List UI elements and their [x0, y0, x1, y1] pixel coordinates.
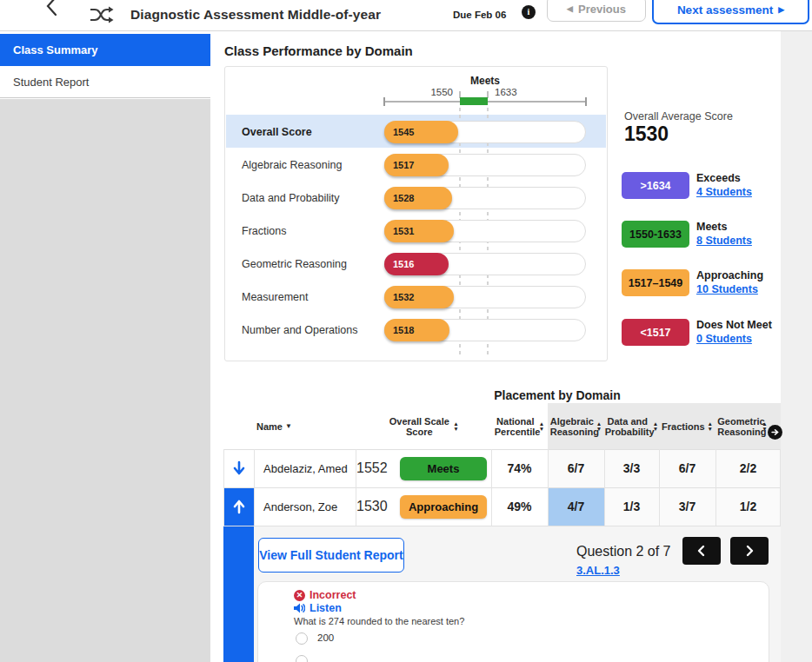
geometric-cell[interactable]: 2/2 — [715, 449, 781, 487]
score-pill[interactable]: 1545 — [384, 121, 458, 143]
column-header-label: Data and Probability — [605, 416, 650, 437]
sort-icon: ▲▼ — [653, 421, 658, 431]
geometric-cell[interactable]: 1/2 — [715, 487, 781, 526]
student-name[interactable]: Anderson, Zoe — [263, 487, 337, 526]
column-header-national-percentile[interactable]: National Percentile ▲▼ — [491, 403, 548, 449]
table-grid-line — [254, 449, 255, 526]
domain-label: Number and Operations — [242, 314, 357, 347]
column-header-geometric-reasoning[interactable]: Geometric Reasoning ▲▼ — [715, 403, 769, 449]
column-header-fractions[interactable]: Fractions ▲▼ — [659, 403, 715, 449]
table-grid-line — [491, 449, 492, 526]
listen-label: Listen — [309, 602, 342, 614]
answer-radio[interactable] — [296, 655, 308, 662]
listen-button[interactable]: Listen — [294, 602, 342, 614]
domain-label: Data and Probability — [242, 182, 340, 215]
score-pill[interactable]: 1528 — [384, 187, 452, 209]
next-assessment-button[interactable]: Next assessment ▶ — [652, 0, 809, 24]
column-header-label: Name — [256, 421, 283, 432]
student-name[interactable]: Abdelaziz, Amed — [263, 449, 348, 487]
chart-row-algebraic: Algebraic Reasoning 1517 — [225, 149, 607, 182]
chevron-right-icon — [744, 545, 755, 557]
legend-label: Does Not Meet — [696, 319, 772, 331]
chart-row-data-probability: Data and Probability 1528 — [225, 182, 607, 215]
table-grid-line — [715, 449, 716, 526]
scale-min-tick-label: 1550 — [401, 87, 453, 97]
exceeds-students-link[interactable]: 4 Students — [696, 186, 752, 198]
exceeds-range-badge: >1634 — [622, 172, 689, 199]
table-grid-line — [223, 487, 781, 488]
expand-columns-icon[interactable] — [768, 425, 782, 440]
chevron-left-icon — [696, 545, 707, 557]
domain-label: Overall Score — [242, 116, 312, 149]
sidebar-item-label: Class Summary — [13, 43, 98, 56]
score-pill[interactable]: 1516 — [384, 253, 449, 275]
legend-label: Exceeds — [696, 172, 741, 184]
scale-max-tick-label: 1633 — [495, 87, 547, 97]
answer-radio[interactable] — [296, 632, 308, 645]
result-row: ✕ Incorrect — [294, 589, 356, 601]
answer-option-label: 200 — [317, 632, 334, 643]
scale-score: 1530 — [356, 487, 388, 526]
table-grid-line — [223, 449, 781, 450]
overall-average-score-label: Overall Average Score — [624, 110, 733, 122]
column-header-label: Overall Scale Score — [388, 416, 450, 437]
sidebar: Class Summary Student Report — [0, 31, 210, 662]
table-grid-line — [223, 526, 781, 526]
left-triangle-icon: ◀ — [567, 5, 573, 13]
speaker-icon — [294, 603, 305, 613]
placement-badge: Meets — [400, 457, 487, 480]
top-header-bar: Diagnostic Assessment Middle-of-year Due… — [0, 0, 812, 31]
column-header-algebraic-reasoning[interactable]: Algebraic Reasoning ▲▼ — [548, 403, 604, 449]
table-grid-line — [659, 449, 660, 526]
previous-assessment-button[interactable]: ◀ Previous — [547, 0, 646, 22]
collapse-row-button[interactable] — [223, 487, 254, 526]
back-icon[interactable] — [43, 0, 61, 16]
column-header-label: Fractions — [662, 421, 705, 432]
scale-end-tick — [383, 97, 385, 106]
score-pill[interactable]: 1531 — [384, 220, 454, 242]
score-pill[interactable]: 1532 — [384, 286, 454, 308]
score-pill[interactable]: 1518 — [384, 319, 449, 341]
placement-by-domain-title: Placement by Domain — [488, 388, 627, 402]
sort-icon: ▲▼ — [762, 421, 767, 431]
does-not-meet-range-badge: <1517 — [622, 319, 689, 346]
info-icon[interactable]: i — [522, 5, 536, 19]
data-probability-cell[interactable]: 3/3 — [604, 449, 659, 487]
column-header-overall-scale-score[interactable]: Overall Scale Score ▲▼ — [356, 403, 491, 449]
domain-label: Algebraic Reasoning — [242, 149, 342, 182]
percentile-cell: 49% — [491, 487, 548, 526]
next-question-button[interactable] — [730, 537, 769, 565]
legend-item-approaching: 1517–1549 Approaching 10 Students — [622, 269, 804, 304]
sidebar-item-class-summary[interactable]: Class Summary — [0, 34, 210, 66]
domain-label: Geometric Reasoning — [242, 248, 347, 281]
column-header-name[interactable]: Name ▼ — [256, 403, 317, 449]
meets-students-link[interactable]: 8 Students — [696, 235, 752, 247]
domain-label: Measurement — [242, 281, 308, 314]
column-header-data-and-probability[interactable]: Data and Probability ▲▼ — [604, 403, 659, 449]
page: Diagnostic Assessment Middle-of-year Due… — [0, 0, 812, 662]
fractions-cell[interactable]: 6/7 — [659, 449, 715, 487]
previous-button-label: Previous — [578, 3, 626, 16]
score-pill[interactable]: 1517 — [384, 154, 449, 176]
sort-icon: ▲▼ — [539, 421, 544, 431]
due-date-label: Due Feb 06 — [453, 10, 506, 20]
chart-row-measurement: Measurement 1532 — [225, 281, 607, 314]
expand-row-button[interactable] — [223, 449, 254, 487]
data-probability-cell[interactable]: 1/3 — [604, 487, 659, 526]
fractions-cell[interactable]: 3/7 — [659, 487, 715, 526]
previous-question-button[interactable] — [682, 537, 721, 565]
next-button-label: Next assessment — [677, 3, 773, 17]
legend-item-meets: 1550-1633 Meets 8 Students — [622, 221, 804, 255]
scale-score: 1552 — [356, 449, 388, 487]
sort-icon: ▲▼ — [596, 421, 602, 431]
does-not-meet-students-link[interactable]: 0 Students — [696, 333, 752, 345]
page-title: Diagnostic Assessment Middle-of-year — [130, 7, 381, 23]
standard-link[interactable]: 3.AL.1.3 — [576, 564, 620, 577]
view-full-student-report-button[interactable]: View Full Student Report — [258, 538, 404, 573]
approaching-students-link[interactable]: 10 Students — [696, 283, 758, 295]
algebraic-cell[interactable]: 6/7 — [548, 449, 604, 487]
sidebar-item-student-report[interactable]: Student Report — [0, 66, 210, 98]
algebraic-cell-selected[interactable]: 4/7 — [548, 487, 604, 526]
sidebar-background — [0, 99, 210, 662]
table-grid-line — [548, 449, 549, 526]
